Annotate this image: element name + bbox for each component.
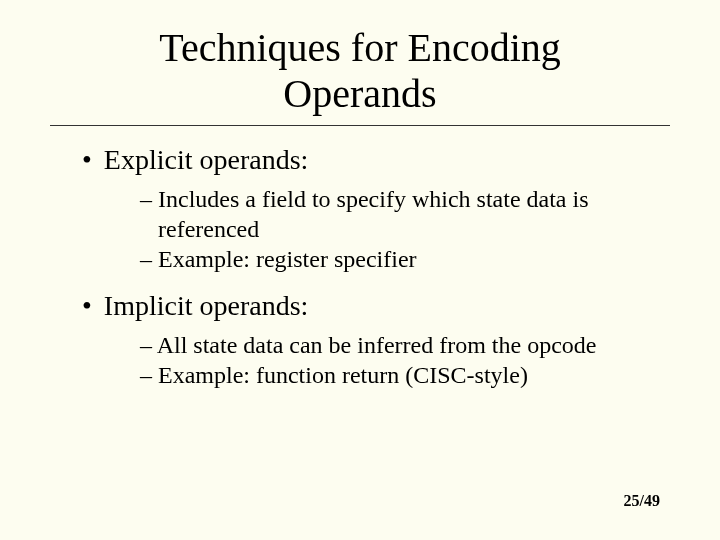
- bullet-text: Explicit operands:: [104, 144, 309, 175]
- sub-bullet-item: – Includes a field to specify which stat…: [140, 184, 640, 244]
- bullet-dot-icon: •: [82, 290, 92, 321]
- title-underline: [50, 125, 670, 126]
- sub-bullet-text: All state data can be inferred from the …: [157, 332, 597, 358]
- sub-bullet-item: – All state data can be inferred from th…: [140, 330, 640, 360]
- sub-bullet-item: – Example: register specifier: [140, 244, 640, 274]
- sub-bullet-item: – Example: function return (CISC-style): [140, 360, 640, 390]
- bullet-dot-icon: •: [82, 144, 92, 175]
- title-line-2: Operands: [283, 71, 436, 116]
- bullet-text: Implicit operands:: [104, 290, 309, 321]
- page-number: 25/49: [624, 492, 660, 510]
- sub-bullet-text: Example: function return (CISC-style): [158, 362, 528, 388]
- sub-bullet-text: Includes a field to specify which state …: [158, 186, 589, 242]
- sub-bullet-text: Example: register specifier: [158, 246, 417, 272]
- bullet-item: •Implicit operands:: [82, 290, 680, 322]
- slide-title: Techniques for Encoding Operands: [40, 25, 680, 117]
- bullet-item: •Explicit operands:: [82, 144, 680, 176]
- title-line-1: Techniques for Encoding: [159, 25, 561, 70]
